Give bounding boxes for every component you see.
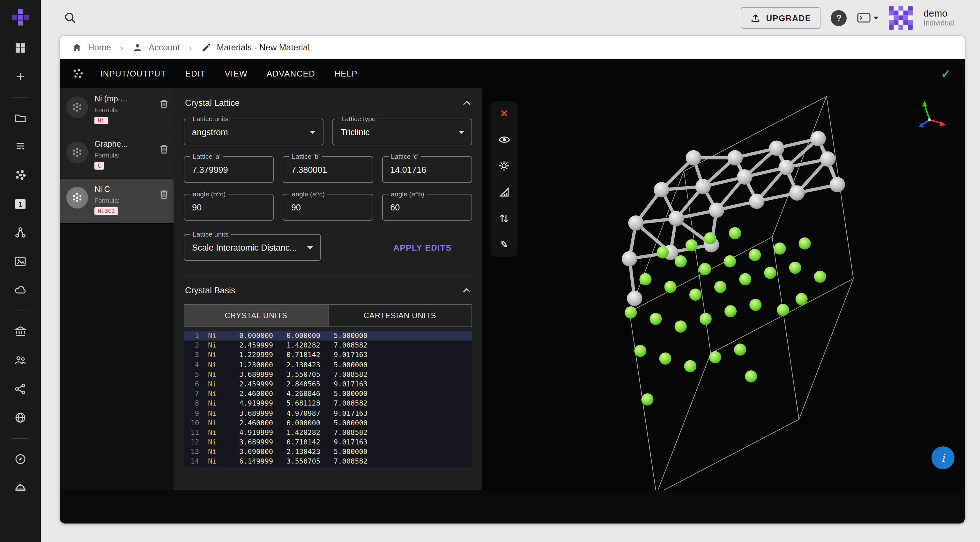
visibility-eye-icon[interactable] [495, 130, 514, 149]
lattice-units-select[interactable]: Lattice units angstrom [184, 119, 323, 146]
info-button[interactable]: i [932, 446, 955, 469]
lattice-type-select[interactable]: Lattice type Triclinic [332, 119, 472, 146]
media-image-icon[interactable] [11, 252, 30, 271]
material-list-item-selected[interactable]: Ni C Formula: Ni3C2 [60, 179, 173, 224]
material-list-item[interactable]: Ni (mp-... Formula: Ni [60, 88, 173, 133]
basis-code-row[interactable]: 12Ni3.6899990.7101429.017163 [184, 437, 472, 447]
basis-code-row[interactable]: 11Ni4.9199991.4202827.008582 [184, 428, 472, 437]
menu-item-input-output[interactable]: INPUT/OUTPUT [91, 69, 176, 78]
collapse-chevron-up-icon[interactable] [463, 288, 471, 293]
breadcrumb-account[interactable]: Account [149, 43, 180, 52]
sidebar-divider [12, 311, 29, 311]
window-footer [60, 490, 965, 523]
basis-code-row[interactable]: 8Ni4.9199995.6811287.008582 [184, 399, 472, 409]
lattice-b-input[interactable]: Lattice 'b' 7.380001 [283, 156, 373, 183]
material-avatar-icon [66, 96, 88, 118]
upgrade-button[interactable]: UPGRADE [741, 7, 821, 29]
app-logo-icon[interactable] [12, 9, 29, 25]
notifications-one-icon[interactable]: 1 [11, 195, 30, 214]
chevron-down-icon [309, 131, 316, 134]
delete-trash-icon[interactable] [158, 189, 170, 200]
crystal-editor-panel: Crystal Lattice Lattice units angstrom L [173, 88, 482, 490]
basis-code-editor[interactable]: 1Ni0.0000000.0000005.0000002Ni2.4599991.… [184, 331, 472, 468]
structure-3d-viewer: × [482, 88, 965, 490]
structure-3d-canvas[interactable] [482, 88, 965, 490]
chevron-down-icon [458, 131, 465, 134]
breadcrumb-home[interactable]: Home [88, 43, 111, 52]
angle-bc-input[interactable]: angle (b^c) 90 [184, 194, 274, 220]
menu-item-view[interactable]: VIEW [215, 69, 257, 78]
chevron-down-icon [307, 246, 313, 249]
material-list-item[interactable]: Graphe... Formula: C [60, 133, 173, 179]
tab-crystal-units[interactable]: CRYSTAL UNITS [185, 305, 328, 326]
formula-label: Formula: [94, 197, 157, 204]
icon-sidebar: 1 [0, 0, 41, 542]
basis-code-row[interactable]: 2Ni2.4599991.4202827.008582 [184, 341, 472, 350]
settings-gear-icon[interactable] [495, 156, 514, 175]
breadcrumb-current: Materials - New Material [217, 43, 310, 52]
help-button[interactable]: ? [831, 10, 847, 26]
material-avatar-icon [66, 187, 88, 209]
basis-code-row[interactable]: 13Ni3.6900002.1304235.000000 [184, 447, 472, 457]
viewer-toolbar: × [491, 101, 517, 257]
collapse-chevron-up-icon[interactable] [463, 100, 471, 106]
scale-units-select[interactable]: Lattice units Scale Interatomic Distanc.… [184, 234, 321, 261]
basis-code-row[interactable]: 4Ni1.2300002.1304235.000000 [184, 360, 472, 369]
globe-icon[interactable] [11, 408, 30, 427]
new-entity-plus-icon[interactable] [11, 67, 30, 86]
projects-folder-icon[interactable] [11, 108, 30, 128]
delete-trash-icon[interactable] [158, 98, 170, 110]
lattice-c-input[interactable]: Lattice 'c' 14.01716 [382, 156, 472, 183]
material-name: Ni C [94, 185, 157, 194]
edit-pencil-icon [201, 43, 211, 52]
material-name: Ni (mp-... [94, 94, 157, 103]
menu-item-help[interactable]: HELP [325, 69, 367, 78]
tab-cartesian-units[interactable]: CARTESIAN UNITS [328, 305, 471, 326]
basis-code-row[interactable]: 6Ni2.4599992.8405659.017163 [184, 379, 472, 389]
jobs-list-icon[interactable] [11, 137, 30, 156]
menu-item-edit[interactable]: EDIT [176, 69, 215, 78]
delete-trash-icon[interactable] [158, 143, 170, 155]
formula-label: Formula: [94, 106, 157, 114]
menu-item-advanced[interactable]: ADVANCED [257, 69, 325, 78]
basis-code-row[interactable]: 5Ni3.6899993.5507057.008582 [184, 370, 472, 379]
explore-compass-icon[interactable] [11, 450, 30, 469]
save-check-icon[interactable]: ✓ [941, 67, 951, 81]
basis-code-row[interactable]: 9Ni3.6899994.9709879.017163 [184, 409, 472, 418]
console-selector[interactable] [857, 12, 879, 24]
materials-molecule-icon[interactable] [11, 166, 30, 185]
console-icon [857, 12, 871, 24]
editor-menubar: INPUT/OUTPUT EDIT VIEW ADVANCED HELP ✓ [60, 59, 965, 88]
basis-code-row[interactable]: 1Ni0.0000000.0000005.000000 [184, 331, 472, 341]
section-title: Crystal Lattice [185, 98, 240, 108]
cloud-icon[interactable] [11, 281, 30, 300]
workflows-icon[interactable] [11, 223, 30, 242]
angle-ac-input[interactable]: angle (a^c) 90 [283, 194, 373, 220]
user-menu[interactable]: demo Individual [924, 8, 955, 28]
share-icon[interactable] [11, 379, 30, 399]
import-export-arrows-icon[interactable] [495, 209, 514, 228]
dashboard-icon[interactable] [11, 38, 30, 57]
user-plan: Individual [924, 19, 955, 28]
basis-code-row[interactable]: 10Ni2.4600000.0000005.000000 [184, 418, 472, 428]
basis-code-row[interactable]: 7Ni2.4600004.2608465.000000 [184, 389, 472, 399]
basis-code-row[interactable]: 3Ni1.2299990.7101429.017163 [184, 350, 472, 360]
institution-bank-icon[interactable] [11, 322, 30, 341]
material-avatar-icon [66, 141, 88, 163]
basis-code-row[interactable]: 14Ni6.1499993.5507057.008582 [184, 457, 472, 466]
team-people-icon[interactable] [11, 351, 30, 370]
chevron-right-icon: › [189, 42, 192, 53]
editor-content: Ni (mp-... Formula: Ni Grap [60, 88, 965, 490]
section-title: Crystal Basis [185, 286, 235, 295]
lattice-a-input[interactable]: Lattice 'a' 7.379999 [184, 156, 274, 183]
close-icon[interactable]: × [495, 104, 514, 123]
measure-ruler-icon[interactable] [495, 182, 514, 201]
axes-gizmo[interactable] [911, 97, 948, 133]
apply-edits-button[interactable]: APPLY EDITS [390, 242, 455, 253]
angle-ab-input[interactable]: angle (a^b) 60 [382, 194, 472, 220]
search-icon[interactable] [61, 9, 79, 27]
main-card: Home › Account › Materials - New Materia… [60, 36, 965, 523]
user-avatar[interactable] [889, 6, 913, 30]
edit-pencil-icon[interactable]: ✎ [495, 235, 514, 254]
support-helmet-icon[interactable] [11, 478, 30, 498]
